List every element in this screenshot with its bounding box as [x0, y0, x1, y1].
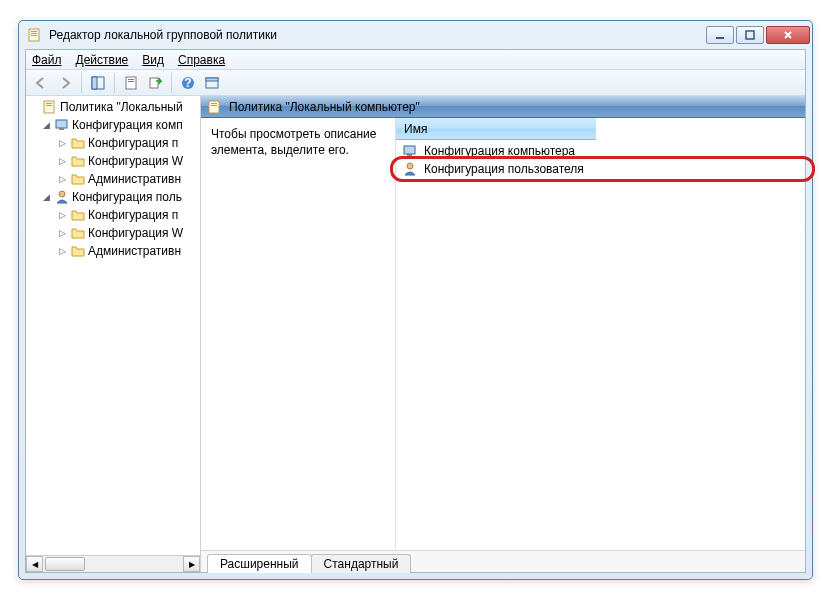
folder-icon — [70, 171, 86, 187]
properties-button[interactable] — [120, 72, 142, 94]
svg-rect-15 — [206, 78, 218, 81]
help-button[interactable]: ? — [177, 72, 199, 94]
svg-text:?: ? — [184, 76, 191, 90]
expand-icon[interactable]: ▷ — [56, 210, 68, 220]
computer-icon — [54, 117, 70, 133]
folder-icon — [70, 207, 86, 223]
svg-point-27 — [407, 163, 413, 169]
svg-rect-5 — [746, 31, 754, 39]
tree-label: Конфигурация комп — [72, 118, 183, 132]
svg-rect-19 — [56, 120, 67, 128]
tree-comp-config[interactable]: ◢ Конфигурация комп — [26, 116, 200, 134]
expand-icon[interactable]: ▷ — [56, 174, 68, 184]
tree-label: Конфигурация п — [88, 136, 178, 150]
minimize-button[interactable] — [706, 26, 734, 44]
close-button[interactable] — [766, 26, 810, 44]
svg-rect-26 — [407, 154, 412, 156]
window-title: Редактор локальной групповой политики — [49, 28, 706, 42]
svg-rect-1 — [31, 31, 37, 32]
svg-rect-7 — [92, 77, 97, 89]
filter-button[interactable] — [201, 72, 223, 94]
show-hide-tree-button[interactable] — [87, 72, 109, 94]
svg-rect-22 — [209, 101, 219, 113]
svg-rect-17 — [46, 103, 52, 104]
tree-user-admin[interactable]: ▷ Административн — [26, 242, 200, 260]
tab-standard[interactable]: Стандартный — [311, 554, 412, 573]
scroll-right-button[interactable]: ▶ — [183, 556, 200, 572]
svg-rect-2 — [31, 33, 37, 34]
collapse-icon[interactable]: ◢ — [40, 120, 52, 130]
menubar: Файл Действие Вид Справка — [26, 50, 805, 70]
details-header: Политика "Локальный компьютер" — [201, 96, 805, 118]
forward-button[interactable] — [54, 72, 76, 94]
tree-pane: Политика "Локальный ◢ Конфигурация комп … — [26, 96, 201, 572]
details-header-title: Политика "Локальный компьютер" — [229, 100, 420, 114]
tree-label: Конфигурация поль — [72, 190, 182, 204]
tree-label: Конфигурация п — [88, 208, 178, 222]
export-button[interactable] — [144, 72, 166, 94]
column-header-name[interactable]: Имя — [396, 118, 596, 140]
menu-file[interactable]: Файл — [32, 53, 62, 67]
description-text: Чтобы просмотреть описание элемента, выд… — [201, 118, 396, 550]
back-button[interactable] — [30, 72, 52, 94]
expand-icon[interactable]: ▷ — [56, 228, 68, 238]
tree-label: Административн — [88, 172, 181, 186]
menu-help[interactable]: Справка — [178, 53, 225, 67]
tree-user-windows[interactable]: ▷ Конфигурация W — [26, 224, 200, 242]
tree-label: Конфигурация W — [88, 226, 183, 240]
computer-icon — [402, 143, 418, 159]
tree-label: Административн — [88, 244, 181, 258]
folder-icon — [70, 225, 86, 241]
svg-rect-23 — [211, 103, 217, 104]
svg-rect-11 — [150, 78, 158, 88]
menu-view[interactable]: Вид — [142, 53, 164, 67]
list-item-comp-config[interactable]: Конфигурация компьютера — [396, 142, 805, 160]
menu-action[interactable]: Действие — [76, 53, 129, 67]
horizontal-scrollbar[interactable]: ◀ ▶ — [26, 555, 200, 572]
tree-root[interactable]: Политика "Локальный — [26, 98, 200, 116]
titlebar[interactable]: Редактор локальной групповой политики — [19, 21, 812, 49]
app-icon — [27, 27, 43, 43]
svg-rect-16 — [44, 101, 54, 113]
tree-user-config[interactable]: ◢ Конфигурация поль — [26, 188, 200, 206]
svg-rect-20 — [59, 128, 64, 130]
expand-icon[interactable]: ▷ — [56, 246, 68, 256]
item-list: Имя Конфигурация компьютера Конфигурация… — [396, 118, 805, 550]
tree-label: Политика "Локальный — [60, 100, 183, 114]
svg-rect-3 — [31, 35, 37, 36]
collapse-icon[interactable]: ◢ — [40, 192, 52, 202]
policy-icon — [207, 99, 223, 115]
svg-rect-25 — [404, 146, 415, 154]
scroll-left-button[interactable]: ◀ — [26, 556, 43, 572]
tree-comp-windows[interactable]: ▷ Конфигурация W — [26, 152, 200, 170]
svg-rect-24 — [211, 105, 217, 106]
main-window: Редактор локальной групповой политики Фа… — [18, 20, 813, 580]
console-tree[interactable]: Политика "Локальный ◢ Конфигурация комп … — [26, 96, 200, 555]
maximize-button[interactable] — [736, 26, 764, 44]
svg-rect-10 — [128, 81, 134, 82]
tree-comp-admin[interactable]: ▷ Административн — [26, 170, 200, 188]
svg-rect-8 — [126, 77, 136, 89]
toolbar: ? — [26, 70, 805, 96]
policy-icon — [42, 99, 58, 115]
folder-icon — [70, 135, 86, 151]
details-pane: Политика "Локальный компьютер" Чтобы про… — [201, 96, 805, 572]
expand-icon[interactable]: ▷ — [56, 138, 68, 148]
tree-comp-software[interactable]: ▷ Конфигурация п — [26, 134, 200, 152]
svg-rect-18 — [46, 105, 52, 106]
svg-point-21 — [59, 191, 65, 197]
expand-icon[interactable]: ▷ — [56, 156, 68, 166]
view-tabs: Расширенный Стандартный — [201, 550, 805, 572]
list-item-label: Конфигурация компьютера — [424, 144, 575, 158]
tab-extended[interactable]: Расширенный — [207, 554, 312, 573]
folder-icon — [70, 243, 86, 259]
svg-rect-4 — [716, 37, 724, 39]
folder-icon — [70, 153, 86, 169]
tree-label: Конфигурация W — [88, 154, 183, 168]
user-icon — [54, 189, 70, 205]
tree-user-software[interactable]: ▷ Конфигурация п — [26, 206, 200, 224]
svg-rect-9 — [128, 79, 134, 80]
list-item-user-config[interactable]: Конфигурация пользователя — [396, 160, 805, 178]
user-icon — [402, 161, 418, 177]
scroll-thumb[interactable] — [45, 557, 85, 571]
